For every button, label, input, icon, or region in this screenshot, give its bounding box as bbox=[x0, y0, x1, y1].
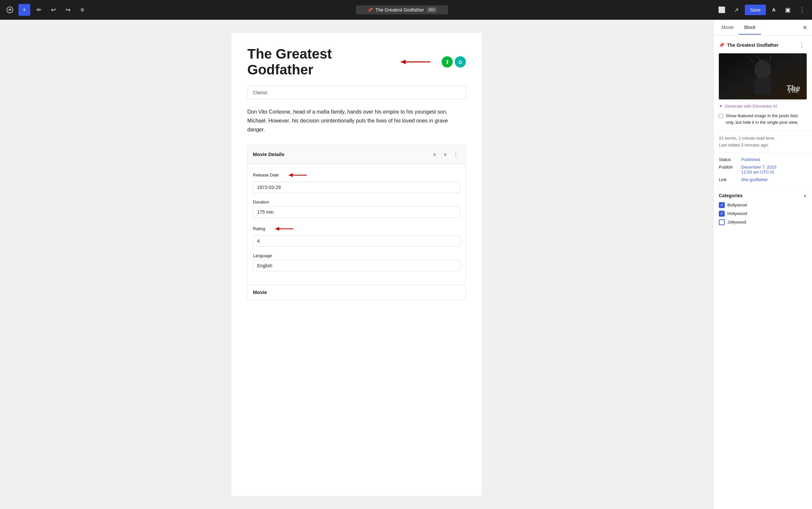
status-value[interactable]: Published bbox=[741, 157, 760, 162]
last-edited: Last edited 3 minutes ago. bbox=[719, 142, 807, 149]
status-row: Status Published bbox=[719, 157, 807, 162]
external-link-button[interactable]: ↗ bbox=[730, 4, 742, 16]
sparkle-icon: ✦ bbox=[719, 103, 723, 109]
save-button[interactable]: Save bbox=[745, 5, 766, 15]
categories-title: Categories bbox=[719, 193, 743, 198]
show-image-checkbox-row: Show featured image in the posts lists o… bbox=[719, 112, 807, 126]
post-meta-section: Status Published Publish December 7, 202… bbox=[714, 153, 812, 189]
block-header: 📌 The Greatest Godfather ⋮ bbox=[719, 41, 807, 49]
elementor-button[interactable]: G bbox=[455, 56, 466, 67]
bollywood-checkbox[interactable] bbox=[719, 202, 725, 208]
category-bollywood: Bollywood bbox=[719, 202, 807, 208]
svg-text:The: The bbox=[788, 86, 800, 95]
publish-label: Publish bbox=[719, 165, 739, 170]
rating-input[interactable] bbox=[253, 235, 460, 247]
title-arrow-annotation bbox=[394, 55, 434, 68]
panel-header: Movie Details ∧ ∨ ⋮ bbox=[248, 145, 466, 164]
block-section: 📌 The Greatest Godfather ⋮ bbox=[714, 36, 812, 131]
pencil-button[interactable]: ✏ bbox=[33, 4, 45, 16]
move-down-button[interactable]: ∨ bbox=[441, 150, 450, 159]
panel-controls: ∧ ∨ ⋮ bbox=[430, 150, 460, 159]
words-info: 31 words, 1 minute read time. bbox=[719, 135, 807, 142]
sidebar-close-button[interactable]: ✕ bbox=[800, 23, 809, 32]
jollywood-label: Jollywood bbox=[728, 219, 746, 225]
bollywood-label: Bollywood bbox=[728, 202, 747, 207]
hollywood-checkbox[interactable] bbox=[719, 211, 725, 217]
jollywood-checkbox[interactable] bbox=[719, 219, 725, 225]
panel-body: Release Date Duration bbox=[248, 164, 466, 284]
movie-details-panel: Movie Details ∧ ∨ ⋮ Release Date bbox=[247, 145, 466, 300]
svg-marker-3 bbox=[289, 173, 293, 177]
block-header-left: 📌 The Greatest Godfather bbox=[719, 42, 778, 48]
settings-button[interactable]: ▣ bbox=[782, 4, 793, 16]
drag-button[interactable]: ⋮ bbox=[451, 150, 460, 159]
sidebar-tabs: Movie Block ✕ bbox=[714, 20, 812, 36]
document-title: The Greatest Godfather bbox=[375, 7, 424, 12]
show-image-label: Show featured image in the posts lists o… bbox=[726, 112, 807, 126]
right-sidebar: Movie Block ✕ 📌 The Greatest Godfather ⋮ bbox=[713, 20, 812, 509]
rating-field: Rating bbox=[253, 224, 460, 247]
main-toolbar: + ✏ ↩ ↪ ≡ 📌 The Greatest Godfather ⌘K ⬜ … bbox=[0, 0, 812, 20]
language-input[interactable] bbox=[253, 260, 460, 271]
rating-label: Rating bbox=[253, 224, 460, 233]
categories-section: Categories ∧ Bollywood Hollywood Jollywo… bbox=[714, 189, 812, 232]
undo-button[interactable]: ↩ bbox=[47, 4, 59, 16]
wp-logo[interactable] bbox=[4, 4, 16, 16]
language-label: Language bbox=[253, 253, 460, 258]
classic-label: Classic bbox=[253, 90, 268, 95]
editor-area[interactable]: The Greatest Godfather ⬆ G Classic D bbox=[0, 20, 713, 509]
svg-point-7 bbox=[755, 60, 771, 80]
release-date-field: Release Date bbox=[253, 171, 460, 193]
duration-label: Duration bbox=[253, 200, 460, 204]
list-view-button[interactable]: ≡ bbox=[76, 4, 88, 16]
document-title-bar[interactable]: 📌 The Greatest Godfather ⌘K bbox=[356, 5, 448, 14]
redo-button[interactable]: ↪ bbox=[62, 4, 74, 16]
categories-list: Bollywood Hollywood Jollywood bbox=[719, 202, 807, 225]
panel-title: Movie Details bbox=[253, 151, 284, 157]
categories-header: Categories ∧ bbox=[719, 193, 807, 198]
link-label: Link bbox=[719, 177, 739, 182]
collapse-button[interactable]: ∧ bbox=[430, 150, 439, 159]
language-field: Language bbox=[253, 253, 460, 271]
duration-field: Duration bbox=[253, 200, 460, 217]
show-image-checkbox[interactable] bbox=[719, 113, 723, 118]
featured-image[interactable]: The bbox=[719, 53, 807, 99]
avatar[interactable]: A bbox=[769, 5, 779, 15]
category-hollywood: Hollywood bbox=[719, 211, 807, 217]
upload-button[interactable]: ⬆ bbox=[442, 56, 453, 67]
link-row: Link /the-godfather bbox=[719, 177, 807, 182]
publish-row: Publish December 7, 2023 11:03 am UTC+0 bbox=[719, 165, 807, 174]
hollywood-label: Hollywood bbox=[728, 211, 747, 216]
elementor-ai-link[interactable]: ✦ Generate with Elementor AI bbox=[719, 103, 807, 109]
svg-marker-5 bbox=[275, 227, 279, 231]
more-options-button[interactable]: ⋮ bbox=[796, 4, 808, 16]
tab-block[interactable]: Block bbox=[739, 21, 760, 35]
shortcut-badge: ⌘K bbox=[427, 7, 437, 12]
status-label: Status bbox=[719, 157, 739, 162]
toolbar-right: ⬜ ↗ Save A ▣ ⋮ bbox=[716, 4, 808, 16]
classic-block[interactable]: Classic bbox=[247, 86, 466, 99]
toolbar-center: 📌 The Greatest Godfather ⌘K bbox=[91, 5, 713, 14]
block-title: The Greatest Godfather bbox=[727, 42, 778, 48]
release-date-arrow bbox=[282, 171, 308, 180]
tab-movie[interactable]: Movie bbox=[716, 21, 739, 35]
release-date-input[interactable] bbox=[253, 182, 460, 193]
block-more-button[interactable]: ⋮ bbox=[797, 41, 807, 49]
editor-content: The Greatest Godfather ⬆ G Classic D bbox=[232, 33, 482, 496]
rating-arrow bbox=[269, 224, 295, 233]
categories-toggle-button[interactable]: ∧ bbox=[804, 193, 807, 198]
category-jollywood: Jollywood bbox=[719, 219, 807, 225]
main-layout: The Greatest Godfather ⬆ G Classic D bbox=[0, 20, 812, 509]
block-pin-icon: 📌 bbox=[719, 42, 724, 48]
link-value[interactable]: /the-godfather bbox=[741, 177, 768, 182]
add-block-button[interactable]: + bbox=[19, 4, 30, 16]
post-title[interactable]: The Greatest Godfather bbox=[247, 46, 389, 78]
post-excerpt[interactable]: Don Vito Corleone, head of a mafia famil… bbox=[247, 105, 466, 137]
panel-footer-label: Movie bbox=[248, 284, 466, 300]
post-title-area: The Greatest Godfather ⬆ G bbox=[247, 46, 466, 78]
duration-input[interactable] bbox=[253, 206, 460, 217]
view-button[interactable]: ⬜ bbox=[716, 4, 728, 16]
svg-rect-8 bbox=[755, 78, 771, 95]
publish-value[interactable]: December 7, 2023 11:03 am UTC+0 bbox=[741, 165, 776, 174]
svg-marker-1 bbox=[401, 60, 406, 64]
